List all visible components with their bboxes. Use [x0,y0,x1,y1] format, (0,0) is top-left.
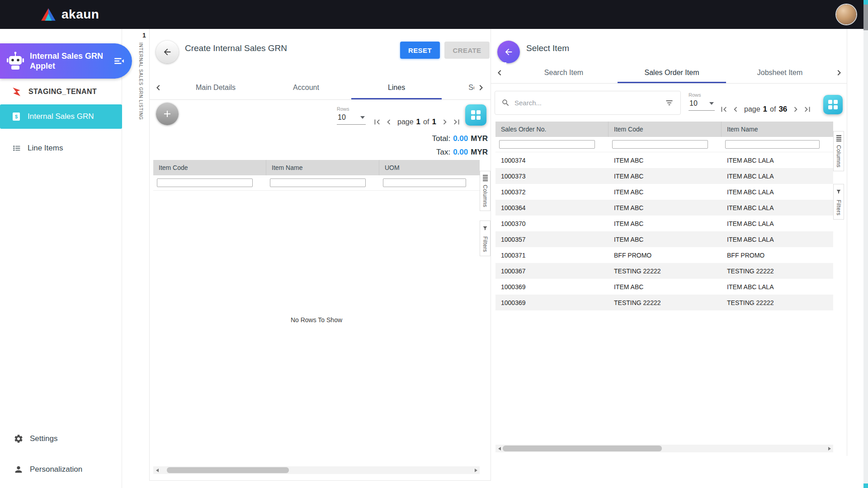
scroll-left-arrow[interactable] [495,445,503,452]
tab-account[interactable]: Account [261,76,351,99]
items-horizontal-scrollbar[interactable] [495,445,833,452]
last-page-button[interactable] [802,103,813,116]
tenant-label: STAGING_TENANT [28,88,97,96]
column-header[interactable]: Item Name [266,160,379,175]
chevron-right-icon [791,104,801,114]
rows-select[interactable]: 10 [689,98,715,111]
table-row[interactable]: 1000357 ITEM ABC ITEM ABC LALA [495,231,833,247]
sidebar-item-settings[interactable]: Settings [0,429,122,448]
tab-main-details[interactable]: Main Details [170,76,261,99]
next-page-button[interactable] [790,103,802,116]
back-button[interactable] [497,41,520,63]
rows-label: Rows [337,106,366,112]
rows-value: 10 [338,113,346,122]
table-row[interactable]: 1000373 ITEM ABC ITEM ABC LALA [495,168,833,184]
akaun-logo[interactable]: akaun [40,7,99,22]
lines-horizontal-scrollbar[interactable] [153,466,480,474]
table-row[interactable]: 1000367 TESTING 22222 TESTING 22222 [495,263,833,279]
table-row[interactable]: 1000371 BFF PROMO BFF PROMO [495,247,833,263]
create-button[interactable]: CREATE [444,42,490,59]
grid-view-button[interactable] [823,95,843,114]
item-code-filter-input[interactable] [157,178,253,187]
tabs-scroll-left-button[interactable] [151,76,165,99]
tabs-scroll-right-button[interactable] [474,76,488,99]
columns-side-tab[interactable]: Columns [480,171,491,211]
filter-list-icon[interactable] [665,98,674,108]
table-row[interactable]: 1000370 ITEM ABC ITEM ABC LALA [495,216,833,231]
back-button[interactable] [156,41,179,63]
first-page-button[interactable] [718,103,730,116]
grid-icon [471,110,481,120]
tab-lines[interactable]: Lines [351,76,442,99]
column-header[interactable]: Item Code [609,122,722,137]
scrollbar-top-cap[interactable] [863,0,868,5]
menu-collapse-icon[interactable] [113,55,125,67]
add-line-button[interactable] [156,103,179,125]
column-header[interactable]: Item Name [722,122,833,137]
last-page-button[interactable] [451,115,462,129]
applet-header[interactable]: Internal Sales GRN Applet [0,43,132,79]
sidebar-item-internal-sales-grn[interactable]: $ Internal Sales GRN [0,104,122,129]
chevron-right-icon [440,117,450,127]
prev-page-button[interactable] [730,103,741,116]
chevron-right-icon [476,82,486,93]
chevron-down-icon [709,102,714,105]
rows-select[interactable]: 10 [337,112,366,125]
tab-search-item[interactable]: Search Item [510,62,618,83]
first-page-button[interactable] [371,115,383,129]
search-input[interactable] [514,99,660,107]
filters-side-tab[interactable]: Filters [480,221,491,256]
column-header[interactable]: UOM [379,160,480,175]
tabs-scroll-right-button[interactable] [832,62,846,83]
grid-view-button[interactable] [465,104,486,126]
select-item-panel: Select Item Search Item Sales Order Item… [491,29,847,456]
robot-icon [5,50,26,72]
tab-sales-order-item[interactable]: Sales Order Item [618,62,726,83]
item-code-filter-input[interactable] [612,140,708,149]
scrollbar-thumb[interactable] [863,5,868,30]
sidebar-item-personalization[interactable]: Personalization [0,460,122,479]
uom-filter-input[interactable] [383,178,466,187]
chevron-down-icon [360,116,365,119]
column-header[interactable]: Sales Order No. [495,122,609,137]
app-root: akaun STAGING_TENANT $ Internal Sales GR… [0,0,868,488]
item-name-filter-input[interactable] [725,140,820,149]
rows-label: Rows [689,92,715,98]
page-indicator: page 1 of 36 [744,105,787,114]
scroll-right-arrow[interactable] [472,466,480,474]
column-header[interactable]: Item Code [153,160,266,175]
sidebar-item-line-items[interactable]: Line Items [0,140,122,156]
listing-tab-strip[interactable]: 1 INTERNAL SALES GRN LISTING [138,32,150,120]
table-row[interactable]: 1000372 ITEM ABC ITEM ABC LALA [495,184,833,200]
svg-text:$: $ [15,114,18,119]
item-search-box [495,91,681,115]
lines-table: Item Code Item Name UOM [153,160,480,191]
reset-button[interactable]: RESET [400,42,440,59]
back-arrow-icon [504,47,514,57]
empty-message: No Rows To Show [153,316,480,324]
columns-side-tab[interactable]: Columns [833,131,844,171]
next-page-button[interactable] [439,115,451,129]
avatar[interactable] [836,5,856,24]
page-title: Create Internal Sales GRN [185,43,287,53]
table-row[interactable]: 1000364 ITEM ABC ITEM ABC LALA [495,200,833,216]
scrollbar-thumb[interactable] [503,446,662,451]
table-row[interactable]: 1000369 ITEM ABC ITEM ABC LALA [495,279,833,295]
scrollbar-thumb[interactable] [167,467,289,473]
scrollbar-bottom-cap[interactable] [863,483,868,488]
prev-page-button[interactable] [383,115,395,129]
scroll-left-arrow[interactable] [153,466,161,474]
page-vertical-scrollbar[interactable] [863,0,868,488]
tab-jobsheet-item[interactable]: Jobsheet Item [726,62,834,83]
grid-icon [828,100,838,109]
sidebar-item-tenant[interactable]: STAGING_TENANT [0,84,122,100]
sidebar: STAGING_TENANT $ Internal Sales GRN Line… [0,29,122,488]
filters-side-tab[interactable]: Filters [833,184,844,220]
tabs-scroll-left-button[interactable] [493,62,506,83]
sales-order-no-filter-input[interactable] [499,140,595,149]
scroll-right-arrow[interactable] [826,445,833,452]
table-row[interactable]: 1000374 ITEM ABC ITEM ABC LALA [495,152,833,168]
item-name-filter-input[interactable] [270,178,366,187]
totals-block: Total: 0.00 MYR Tax: 0.00 MYR [432,132,488,159]
table-row[interactable]: 1000369 TESTING 22222 TESTING 22222 [495,295,833,310]
